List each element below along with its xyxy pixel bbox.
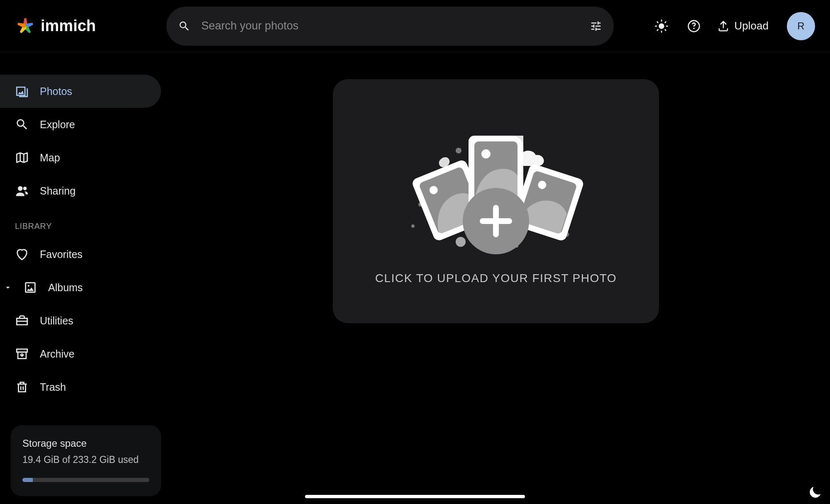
heart-icon	[15, 247, 29, 261]
upload-empty-card[interactable]: CLICK TO UPLOAD YOUR FIRST PHOTO	[333, 79, 659, 323]
sidebar-item-label: Photos	[40, 85, 72, 97]
avatar-initial: R	[797, 20, 804, 32]
svg-point-14	[456, 148, 461, 153]
storage-bar	[22, 478, 149, 482]
sidebar-item-label: Albums	[48, 282, 83, 294]
sidebar-item-sharing[interactable]: Sharing	[0, 174, 162, 207]
chevron-down-icon	[3, 280, 12, 295]
photos-icon	[15, 84, 29, 98]
albums-icon	[23, 280, 37, 295]
app-header: immich	[0, 0, 830, 52]
svg-line-3	[657, 22, 658, 22]
storage-usage-text: 19.4 GiB of 233.2 GiB used	[22, 454, 149, 465]
app-name: immich	[41, 17, 96, 35]
svg-point-11	[23, 187, 27, 190]
svg-point-0	[659, 23, 664, 29]
utilities-icon	[15, 314, 29, 328]
user-avatar[interactable]: R	[787, 12, 815, 40]
sidebar-item-trash[interactable]: Trash	[0, 370, 162, 404]
archive-icon	[15, 347, 29, 361]
sidebar-item-label: Favorites	[40, 248, 83, 261]
upload-empty-text: CLICK TO UPLOAD YOUR FIRST PHOTO	[375, 272, 617, 285]
main-content: CLICK TO UPLOAD YOUR FIRST PHOTO	[162, 52, 830, 504]
header-actions: Upload R	[652, 12, 815, 40]
trash-icon	[15, 380, 29, 394]
sharing-icon	[15, 184, 29, 198]
help-icon	[687, 19, 701, 33]
svg-point-29	[481, 149, 491, 158]
sidebar-item-label: Map	[40, 152, 60, 164]
sidebar-item-explore[interactable]: Explore	[0, 108, 162, 141]
sidebar-item-label: Utilities	[40, 315, 73, 327]
sun-icon	[655, 19, 668, 33]
sidebar-item-label: Trash	[40, 381, 66, 393]
storage-title: Storage space	[22, 438, 149, 449]
immich-logo-icon	[15, 16, 36, 37]
sidebar-item-photos[interactable]: Photos	[0, 75, 161, 108]
explore-icon	[15, 117, 29, 131]
upload-button[interactable]: Upload	[717, 19, 769, 32]
app-logo[interactable]: immich	[15, 16, 96, 37]
svg-point-13	[28, 285, 29, 287]
svg-point-16	[411, 224, 415, 228]
svg-point-10	[18, 186, 22, 191]
map-icon	[15, 151, 29, 165]
upload-label: Upload	[735, 19, 769, 32]
sidebar-item-label: Archive	[40, 348, 74, 360]
search-icon	[178, 20, 190, 32]
tune-icon[interactable]	[590, 20, 602, 32]
theme-toggle-button[interactable]	[652, 17, 671, 35]
svg-line-4	[665, 29, 666, 30]
sidebar-section-library: LIBRARY	[0, 207, 162, 238]
sidebar-item-label: Sharing	[40, 185, 76, 197]
help-button[interactable]	[685, 17, 703, 35]
search-bar[interactable]	[166, 7, 614, 46]
search-input[interactable]	[201, 19, 579, 32]
storage-card: Storage space 19.4 GiB of 233.2 GiB used	[11, 425, 161, 496]
storage-bar-fill	[22, 478, 33, 482]
svg-line-8	[665, 22, 666, 22]
home-indicator	[305, 495, 525, 498]
sidebar-item-favorites[interactable]: Favorites	[0, 238, 162, 271]
sidebar-item-map[interactable]: Map	[0, 141, 162, 174]
svg-line-7	[657, 29, 658, 30]
sidebar: Photos Explore Map Sharing LIBRARY Favor…	[0, 52, 162, 496]
moon-icon	[808, 485, 823, 500]
upload-illustration	[388, 117, 604, 263]
sidebar-item-archive[interactable]: Archive	[0, 337, 162, 370]
sidebar-item-albums[interactable]: Albums	[0, 271, 162, 304]
sidebar-item-label: Explore	[40, 119, 75, 131]
upload-icon	[717, 20, 730, 32]
svg-point-18	[456, 237, 466, 247]
sidebar-item-utilities[interactable]: Utilities	[0, 304, 162, 337]
